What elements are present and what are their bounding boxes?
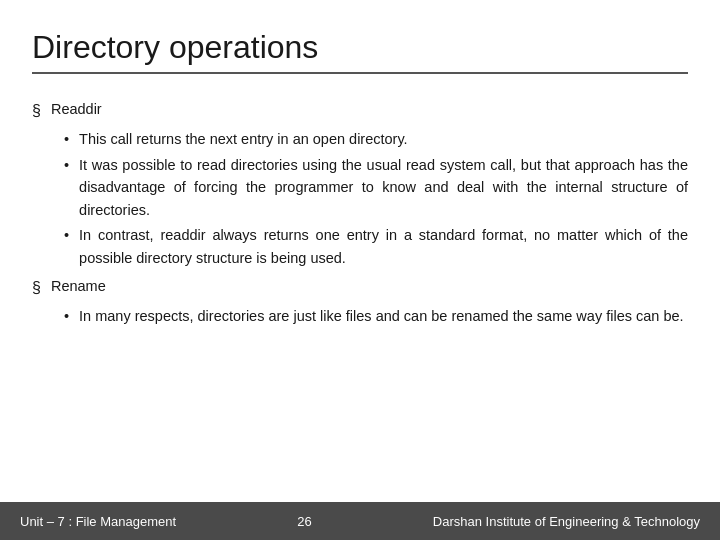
readdir-subitems: • This call returns the next entry in an… bbox=[64, 128, 688, 269]
sub-bullet-rename-1: • bbox=[64, 305, 69, 327]
title-section: Directory operations bbox=[32, 28, 688, 88]
rename-subitem-1: • In many respects, directories are just… bbox=[64, 305, 688, 327]
sub-bullet-2: • bbox=[64, 154, 69, 176]
title-divider bbox=[32, 72, 688, 74]
section-label-rename: Rename bbox=[51, 275, 106, 297]
section-label-readdir: Readdir bbox=[51, 98, 102, 120]
content-section: § Readdir • This call returns the next e… bbox=[32, 98, 688, 540]
readdir-subitem-3: • In contrast, readdir always returns on… bbox=[64, 224, 688, 269]
rename-subtext-1: In many respects, directories are just l… bbox=[79, 305, 683, 327]
footer-left: Unit – 7 : File Management bbox=[20, 514, 176, 529]
readdir-subtext-2: It was possible to read directories usin… bbox=[79, 154, 688, 221]
section-readdir: § Readdir bbox=[32, 98, 688, 124]
section-bullet-readdir: § bbox=[32, 99, 41, 124]
footer-right: Darshan Institute of Engineering & Techn… bbox=[433, 514, 700, 529]
slide-container: Directory operations § Readdir • This ca… bbox=[0, 0, 720, 540]
readdir-subitem-1: • This call returns the next entry in an… bbox=[64, 128, 688, 150]
readdir-subitem-2: • It was possible to read directories us… bbox=[64, 154, 688, 221]
footer: Unit – 7 : File Management 26 Darshan In… bbox=[0, 502, 720, 540]
readdir-subtext-3: In contrast, readdir always returns one … bbox=[79, 224, 688, 269]
sub-bullet-3: • bbox=[64, 224, 69, 246]
slide-title: Directory operations bbox=[32, 28, 688, 66]
sub-bullet-1: • bbox=[64, 128, 69, 150]
footer-page-number: 26 bbox=[297, 514, 311, 529]
section-rename: § Rename bbox=[32, 275, 688, 301]
readdir-subtext-1: This call returns the next entry in an o… bbox=[79, 128, 408, 150]
rename-subitems: • In many respects, directories are just… bbox=[64, 305, 688, 327]
section-bullet-rename: § bbox=[32, 276, 41, 301]
